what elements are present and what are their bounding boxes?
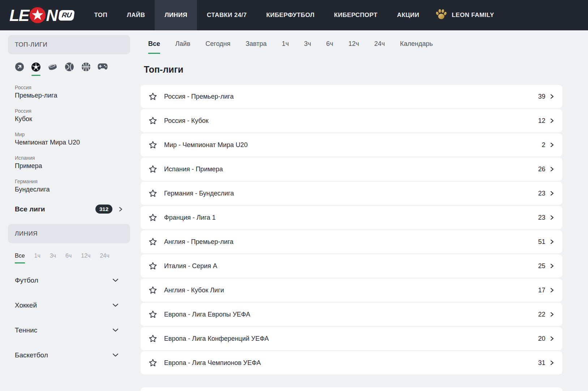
period-tab[interactable]: 12ч xyxy=(348,40,359,54)
favorite-star-icon[interactable] xyxy=(149,116,157,125)
top-leagues-section-header: ТОП-ЛИГИ xyxy=(8,35,130,54)
sidebar-league-item[interactable]: Германия Бундеслига xyxy=(15,179,130,193)
league-name: Испания - Примера xyxy=(164,166,538,173)
league-name: Россия - Кубок xyxy=(164,117,538,125)
period-tab[interactable]: Сегодня xyxy=(205,40,230,54)
favorite-star-icon[interactable] xyxy=(149,165,157,173)
time-filter[interactable]: 1ч xyxy=(34,253,40,263)
league-row[interactable]: Россия - Кубок 12 xyxy=(141,109,562,132)
period-tab[interactable]: Завтра xyxy=(245,40,266,54)
sidebar-sport-item[interactable]: Футбол xyxy=(15,268,119,293)
league-name: Германия - Бундеслига xyxy=(164,190,538,197)
favorite-star-icon[interactable] xyxy=(149,237,157,246)
period-tab[interactable]: 3ч xyxy=(304,40,311,54)
nav-item[interactable]: КИБЕРСПОРТ xyxy=(324,0,387,30)
line-section-header: ЛИНИЯ xyxy=(8,224,130,243)
favorite-star-icon[interactable] xyxy=(149,92,157,101)
sidebar-league-item[interactable]: Россия Кубок xyxy=(15,108,130,123)
leon-family-label: LEON FAMILY xyxy=(452,12,494,19)
league-event-count: 23 xyxy=(538,190,545,197)
league-row[interactable]: Франция - Лига 1 23 xyxy=(141,206,562,229)
period-tabs: Все Лайв Сегодня Завтра 1ч 3ч 6ч 12ч 24ч… xyxy=(148,40,588,54)
chevron-right-icon xyxy=(550,142,554,148)
time-filter[interactable]: 6ч xyxy=(65,253,72,263)
sidebar-sport-item[interactable]: Теннис xyxy=(15,318,119,343)
time-filter[interactable]: 12ч xyxy=(81,253,90,263)
leon-family-link[interactable]: LEON FAMILY xyxy=(435,0,494,30)
favorite-star-icon[interactable] xyxy=(149,141,157,149)
period-tab[interactable]: 24ч xyxy=(374,40,385,54)
league-row[interactable]: Англия - Кубок Лиги 17 xyxy=(141,279,562,302)
top-nav-bar: LE N RU ТОП ЛАЙВ ЛИНИЯ СТАВКИ 24/7 КИБЕР… xyxy=(0,0,588,30)
all-leagues-count-badge: 312 xyxy=(95,205,112,214)
league-name: Англия - Кубок Лиги xyxy=(164,287,538,294)
chevron-right-icon xyxy=(550,287,554,293)
favorite-star-icon[interactable] xyxy=(149,213,157,222)
league-name: Италия - Серия А xyxy=(164,262,538,270)
favorite-star-icon[interactable] xyxy=(149,358,157,367)
favorite-star-icon[interactable] xyxy=(149,286,157,295)
chevron-right-icon xyxy=(550,263,554,269)
league-name: Европа - Лига Чемпионов УЕФА xyxy=(164,359,538,367)
nav-item[interactable]: КИБЕРФУТБОЛ xyxy=(257,0,324,30)
basketball-icon[interactable] xyxy=(81,62,91,76)
chevron-right-icon xyxy=(550,190,554,196)
period-tab[interactable]: 1ч xyxy=(282,40,289,54)
sidebar-time-filters: Все 1ч 3ч 6ч 12ч 24ч xyxy=(15,253,130,263)
sport-label: Футбол xyxy=(15,276,38,284)
sidebar-sport-item[interactable]: Баскетбол xyxy=(15,343,119,368)
period-tab[interactable]: 6ч xyxy=(326,40,333,54)
league-name: Мир - Чемпионат Мира U20 xyxy=(164,141,542,149)
sidebar-sport-item[interactable]: Хоккей xyxy=(15,293,119,318)
all-leagues-link[interactable]: Все лиги 312 xyxy=(15,205,123,214)
league-row[interactable]: Европа - Лига Чемпионов УЕФА 31 xyxy=(141,351,562,374)
logo-text-le: LE xyxy=(9,7,29,23)
chevron-right-icon xyxy=(550,215,554,220)
nav-item[interactable]: ЛИНИЯ xyxy=(155,0,197,30)
tennis-icon[interactable] xyxy=(64,62,74,76)
sport-label: Теннис xyxy=(15,326,37,334)
period-tab[interactable]: Календарь xyxy=(400,40,433,54)
league-event-count: 26 xyxy=(538,166,545,173)
sidebar-sports-list: Футбол Хоккей Теннис Баскетбол xyxy=(15,268,130,368)
chevron-right-icon xyxy=(550,360,554,366)
league-country-label: Россия xyxy=(15,85,130,90)
league-row[interactable]: Англия - Премьер-лига 51 xyxy=(141,230,562,253)
leon-logo[interactable]: LE N RU xyxy=(9,0,74,30)
league-row[interactable]: Мир - Чемпионат Мира U20 2 xyxy=(141,133,562,156)
league-row[interactable]: Италия - Серия А 25 xyxy=(141,254,562,278)
favorite-star-icon[interactable] xyxy=(149,262,157,270)
league-name-label: Бундеслига xyxy=(15,186,130,193)
time-filter[interactable]: 24ч xyxy=(100,253,109,263)
nav-item[interactable]: ТОП xyxy=(84,0,117,30)
league-row[interactable]: Европа - Лига Конференций УЕФА 20 xyxy=(141,327,562,350)
time-filter[interactable]: 3ч xyxy=(50,253,56,263)
sidebar-league-item[interactable]: Испания Примера xyxy=(15,155,130,170)
favorite-star-icon[interactable] xyxy=(149,189,157,198)
nav-item[interactable]: АКЦИИ xyxy=(387,0,429,30)
football-icon[interactable] xyxy=(31,62,41,76)
sidebar-league-item[interactable]: Россия Премьер-лига xyxy=(15,85,130,99)
nav-item[interactable]: СТАВКИ 24/7 xyxy=(197,0,257,30)
logo-text-n: N xyxy=(46,7,57,23)
league-name: Франция - Лига 1 xyxy=(164,214,538,222)
sidebar-league-item[interactable]: Мир Чемпионат Мира U20 xyxy=(15,132,130,146)
esports-icon[interactable] xyxy=(98,62,107,76)
period-tab[interactable]: Лайв xyxy=(175,40,190,54)
league-row[interactable]: Россия - Премьер-лига 39 xyxy=(141,85,562,108)
top-icon[interactable] xyxy=(14,62,24,76)
league-row[interactable]: Европа - Лига Европы УЕФА 22 xyxy=(141,303,562,326)
logo-ru-badge: RU xyxy=(58,10,75,21)
league-name: Англия - Премьер-лига xyxy=(164,238,538,246)
league-row[interactable]: Германия - Бундеслига 23 xyxy=(141,182,562,205)
hockey-icon[interactable] xyxy=(48,62,57,76)
period-tab[interactable]: Все xyxy=(148,40,160,54)
favorite-star-icon[interactable] xyxy=(149,334,157,343)
league-event-count: 20 xyxy=(538,335,545,343)
favorite-star-icon[interactable] xyxy=(149,310,157,319)
league-event-count: 23 xyxy=(538,214,545,222)
nav-item[interactable]: ЛАЙВ xyxy=(117,0,155,30)
league-row[interactable]: Испания - Примера 26 xyxy=(141,158,562,181)
league-name: Европа - Лига Конференций УЕФА xyxy=(164,335,538,343)
time-filter[interactable]: Все xyxy=(15,253,25,263)
